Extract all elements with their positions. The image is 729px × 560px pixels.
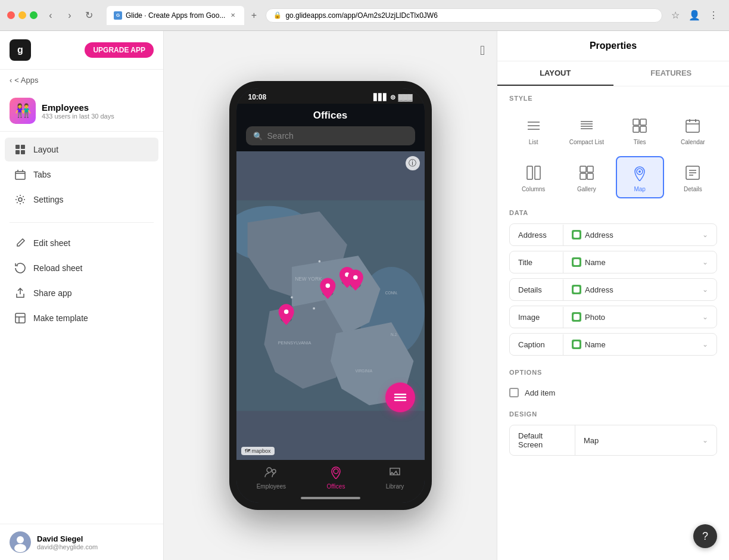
maximize-window-button[interactable] — [30, 11, 38, 19]
bookmark-button[interactable]: ☆ — [667, 7, 684, 24]
style-option-compact-list[interactable]: Compact List — [562, 109, 610, 151]
employees-nav-icon — [264, 466, 278, 482]
bottom-nav-employees[interactable]: Employees — [250, 465, 293, 491]
data-row-details[interactable]: Details Address ⌄ — [509, 278, 717, 301]
sidebar-item-edit-sheet[interactable]: Edit sheet — [5, 231, 158, 255]
style-option-columns[interactable]: Columns — [509, 156, 557, 198]
mapbox-attribution: 🗺 mapbox — [241, 447, 275, 455]
wifi-icon: ⊜ — [390, 94, 395, 101]
caption-chevron-icon: ⌄ — [702, 340, 708, 349]
list-style-label: List — [529, 139, 538, 145]
svg-point-38 — [272, 469, 276, 473]
phone-search-bar[interactable]: 🔍 Search — [246, 126, 415, 145]
back-button[interactable]: ‹ — [42, 7, 59, 24]
menu-button[interactable]: ⋮ — [705, 7, 722, 24]
svg-point-8 — [17, 536, 24, 543]
data-row-caption[interactable]: Caption Name ⌄ — [509, 333, 717, 356]
template-icon — [14, 312, 26, 324]
apps-back-button[interactable]: ‹ < Apps — [0, 70, 163, 91]
design-row-default-screen[interactable]: Default Screen Map ⌄ — [509, 425, 717, 456]
phone-time: 10:08 — [248, 93, 267, 101]
svg-rect-47 — [633, 119, 639, 125]
title-value-text: Name — [585, 258, 606, 267]
phone-mockup: 10:08 ▋▋▋ ⊜ ▓▓▓ Offices 🔍 Search — [229, 81, 432, 510]
default-screen-value: Map ⌄ — [575, 430, 716, 451]
app-details: Employees 433 users in last 30 days — [42, 102, 114, 120]
map-info-button[interactable]: ⓘ — [406, 156, 420, 170]
style-option-map[interactable]: Map — [616, 156, 664, 198]
forward-button[interactable]: › — [61, 7, 78, 24]
tiles-style-icon — [629, 115, 650, 136]
bottom-nav-offices[interactable]: Offices — [319, 465, 352, 491]
settings-label: Settings — [33, 195, 64, 204]
svg-text:N.J.: N.J. — [391, 332, 398, 337]
default-screen-chevron-icon: ⌄ — [702, 436, 708, 444]
caption-value-text: Name — [585, 340, 606, 349]
data-row-title[interactable]: Title Name ⌄ — [509, 251, 717, 273]
profile-button[interactable]: 👤 — [686, 7, 703, 24]
svg-point-33 — [284, 310, 288, 314]
panel-title: Properties — [590, 41, 637, 51]
details-value-text: Address — [585, 285, 613, 294]
help-button[interactable]: ? — [693, 524, 717, 548]
style-option-gallery[interactable]: Gallery — [562, 156, 610, 198]
sidebar-item-settings[interactable]: Settings — [5, 188, 158, 211]
main-content:  10:08 ▋▋▋ ⊜ ▓▓▓ Offices — [164, 31, 497, 560]
calendar-style-icon — [682, 115, 703, 136]
sidebar-item-share-app[interactable]: Share app — [5, 281, 158, 305]
image-badge — [572, 312, 581, 322]
sidebar-item-layout[interactable]: Layout — [5, 138, 158, 161]
sidebar: g UPGRADE APP ‹ < Apps 👫 Employees 433 u… — [0, 31, 164, 560]
details-badge — [572, 285, 581, 294]
tab-close-button[interactable]: ✕ — [229, 11, 237, 20]
phone-map: NEW YORK PENNSYLVANIA VIRGINIA CONN. N.J… — [236, 151, 425, 460]
app-icon: 👫 — [10, 98, 36, 124]
signal-icon: ▋▋▋ — [373, 94, 388, 101]
phone-bottom-nav: Employees Offices Library — [236, 460, 425, 493]
app-info: 👫 Employees 433 users in last 30 days — [0, 91, 163, 132]
svg-text:VIRGINIA: VIRGINIA — [355, 369, 372, 373]
active-tab[interactable]: G Glide · Create Apps from Goo... ✕ — [107, 6, 244, 25]
caption-field-label: Caption — [510, 334, 563, 355]
add-item-checkbox[interactable] — [509, 388, 519, 397]
upgrade-app-button[interactable]: UPGRADE APP — [85, 42, 154, 58]
fab-button[interactable] — [385, 382, 415, 412]
svg-rect-57 — [580, 166, 586, 172]
new-tab-button[interactable]: + — [247, 8, 261, 23]
style-option-list[interactable]: List — [509, 109, 557, 151]
address-badge — [572, 230, 581, 239]
svg-rect-49 — [633, 126, 639, 132]
address-bar[interactable]: 🔒 go.glideapps.com/app/OAm2s2UzjLlDcTlx0… — [266, 8, 662, 23]
tiles-style-label: Tiles — [634, 139, 646, 145]
refresh-button[interactable]: ↻ — [80, 7, 97, 24]
style-option-details[interactable]: Details — [669, 156, 717, 198]
style-option-tiles[interactable]: Tiles — [616, 109, 664, 151]
add-item-row: Add item — [509, 383, 717, 402]
svg-point-9 — [14, 544, 26, 552]
minimize-window-button[interactable] — [18, 11, 26, 19]
tab-favicon: G — [114, 11, 122, 20]
details-chevron-icon: ⌄ — [702, 285, 708, 294]
list-style-icon — [523, 115, 544, 136]
calendar-style-label: Calendar — [681, 139, 705, 145]
apple-logo-icon:  — [480, 43, 485, 58]
design-section-label: DESIGN — [509, 410, 717, 418]
svg-rect-4 — [15, 172, 25, 179]
phone-screen-title: Offices — [246, 110, 415, 122]
details-field-label: Details — [510, 279, 563, 300]
data-row-image[interactable]: Image Photo ⌄ — [509, 306, 717, 328]
close-window-button[interactable] — [7, 11, 15, 19]
tab-layout[interactable]: LAYOUT — [497, 61, 613, 86]
sidebar-top: g UPGRADE APP — [0, 31, 163, 70]
style-section-label: STYLE — [509, 95, 717, 102]
default-screen-label: Default Screen — [510, 425, 575, 455]
style-option-calendar[interactable]: Calendar — [669, 109, 717, 151]
back-arrow-icon: ‹ — [10, 76, 12, 85]
sidebar-item-tabs[interactable]: Tabs — [5, 163, 158, 186]
tab-features[interactable]: FEATURES — [613, 61, 730, 86]
sidebar-item-make-template[interactable]: Make template — [5, 306, 158, 330]
bottom-nav-library[interactable]: Library — [379, 465, 412, 491]
sidebar-item-reload-sheet[interactable]: Reload sheet — [5, 256, 158, 280]
image-chevron-icon: ⌄ — [702, 313, 708, 321]
data-row-address[interactable]: Address Address ⌄ — [509, 223, 717, 246]
